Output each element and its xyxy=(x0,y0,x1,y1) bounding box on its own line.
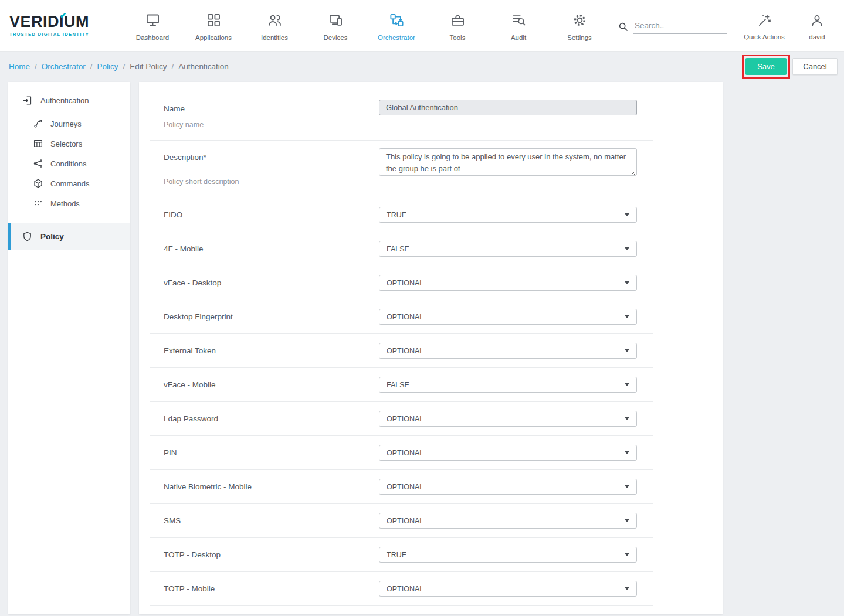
sidebar-item-label: Conditions xyxy=(50,159,86,168)
veridium-logo[interactable]: VERIDIUM ✔ TRUSTED DIGITAL IDENTITY xyxy=(0,14,116,37)
vface-mobile-dropdown[interactable]: FALSE xyxy=(379,377,637,393)
dropdown-value: OPTIONAL xyxy=(387,585,423,593)
sidebar-item-commands[interactable]: Commands xyxy=(8,173,130,193)
route-icon xyxy=(33,118,43,129)
chevron-down-icon xyxy=(625,587,629,590)
pin-dropdown[interactable]: OPTIONAL xyxy=(379,445,637,461)
shield-icon xyxy=(22,231,33,242)
4f-mobile-dropdown[interactable]: FALSE xyxy=(379,241,637,257)
breadcrumb-orchestrator[interactable]: Orchestrator xyxy=(42,62,86,71)
vface-desktop-dropdown[interactable]: OPTIONAL xyxy=(379,275,637,291)
dropdown-value: OPTIONAL xyxy=(387,415,423,423)
nav-label: Applications xyxy=(195,34,232,41)
logo-tagline: TRUSTED DIGITAL IDENTITY xyxy=(9,32,116,37)
pin-row: PIN OPTIONAL xyxy=(150,436,653,470)
nav-item-orchestrator[interactable]: Orchestrator xyxy=(366,10,427,41)
branch-icon xyxy=(33,158,43,169)
chevron-down-icon xyxy=(625,451,629,454)
field-label: Description* xyxy=(164,153,379,162)
sidebar-item-journeys[interactable]: Journeys xyxy=(8,114,130,134)
external-token-dropdown[interactable]: OPTIONAL xyxy=(379,343,637,359)
dropdown-value: OPTIONAL xyxy=(387,517,423,525)
nav-item-audit[interactable]: Audit xyxy=(488,10,549,41)
desktop-fingerprint-dropdown[interactable]: OPTIONAL xyxy=(379,309,637,325)
sidebar-item-policy[interactable]: Policy xyxy=(8,223,130,250)
breadcrumb-edit-policy: Edit Policy xyxy=(130,62,167,71)
audit-icon xyxy=(511,12,527,28)
field-label: Native Biometric - Mobile xyxy=(164,482,379,491)
field-label: Name xyxy=(164,104,379,113)
field-label: FIDO xyxy=(164,210,379,219)
totp-mobile-dropdown[interactable]: OPTIONAL xyxy=(379,581,637,597)
workflow-icon xyxy=(389,12,405,28)
search-input[interactable] xyxy=(633,18,727,34)
totp-mobile-row: TOTP - Mobile OPTIONAL xyxy=(150,572,653,606)
search-icon xyxy=(617,21,629,33)
dropdown-value: FALSE xyxy=(387,381,409,389)
sidebar-item-label: Journeys xyxy=(50,120,82,128)
sidebar-item-authentication[interactable]: Authentication xyxy=(8,86,130,114)
dropdown-value: TRUE xyxy=(387,551,406,559)
field-label: TOTP - Desktop xyxy=(164,550,379,559)
save-button[interactable]: Save xyxy=(745,58,787,75)
grid-icon xyxy=(206,12,222,28)
policy-description-textarea[interactable]: This policy is going to be applied to ev… xyxy=(379,148,637,176)
sms-dropdown[interactable]: OPTIONAL xyxy=(379,513,637,529)
chevron-down-icon xyxy=(625,553,629,556)
cancel-button[interactable]: Cancel xyxy=(792,58,838,75)
fido-dropdown[interactable]: TRUE xyxy=(379,207,637,223)
nav-label: Devices xyxy=(324,34,348,41)
magic-wand-icon xyxy=(757,13,772,28)
vface-mobile-row: vFace - Mobile FALSE xyxy=(150,368,653,402)
nav-item-dashboard[interactable]: Dashboard xyxy=(122,10,183,41)
name-label-block: Name Policy name xyxy=(164,100,379,129)
save-button-wrapper: Save xyxy=(745,58,787,75)
nav-label: Audit xyxy=(511,34,526,41)
breadcrumb-authentication: Authentication xyxy=(178,62,229,71)
user-menu[interactable]: david xyxy=(795,11,839,40)
dropdown-value: TRUE xyxy=(387,211,406,219)
ldap-password-dropdown[interactable]: OPTIONAL xyxy=(379,411,637,427)
cube-icon xyxy=(33,178,43,189)
chevron-down-icon xyxy=(625,213,629,216)
dropdown-value: OPTIONAL xyxy=(387,313,423,321)
nav-label: Tools xyxy=(450,34,466,41)
breadcrumb-policy[interactable]: Policy xyxy=(97,62,118,71)
sidebar-item-selectors[interactable]: Selectors xyxy=(8,134,130,154)
table-icon xyxy=(33,138,43,149)
breadcrumb-home[interactable]: Home xyxy=(9,62,30,71)
breadcrumb-bar: Home / Orchestrator / Policy / Edit Poli… xyxy=(0,51,844,82)
sidebar: Authentication Journeys Selectors Condit… xyxy=(8,82,130,614)
chevron-down-icon xyxy=(625,247,629,250)
nav-item-tools[interactable]: Tools xyxy=(427,10,488,41)
nav-item-identities[interactable]: Identities xyxy=(244,10,305,41)
people-icon xyxy=(267,12,283,28)
field-label: SMS xyxy=(164,516,379,525)
dropdown-value: OPTIONAL xyxy=(387,347,423,355)
breadcrumb-separator: / xyxy=(35,62,37,71)
field-label: TOTP - Mobile xyxy=(164,584,379,593)
external-token-row: External Token OPTIONAL xyxy=(150,334,653,368)
sidebar-active-label: Policy xyxy=(40,232,64,241)
sidebar-item-conditions[interactable]: Conditions xyxy=(8,154,130,173)
nav-label: Orchestrator xyxy=(378,34,415,41)
devices-icon xyxy=(328,12,344,28)
nav-item-devices[interactable]: Devices xyxy=(305,10,366,41)
vface-desktop-row: vFace - Desktop OPTIONAL xyxy=(150,266,653,300)
policy-name-input[interactable] xyxy=(379,100,637,115)
login-icon xyxy=(22,95,33,106)
dropdown-value: OPTIONAL xyxy=(387,279,423,287)
totp-desktop-dropdown[interactable]: TRUE xyxy=(379,547,637,563)
search xyxy=(617,18,727,34)
sidebar-item-methods[interactable]: Methods xyxy=(8,193,130,213)
chevron-down-icon xyxy=(625,281,629,284)
native-biometric-mobile-dropdown[interactable]: OPTIONAL xyxy=(379,479,637,495)
nav-item-applications[interactable]: Applications xyxy=(183,10,244,41)
description-label-block: Description* Policy short description xyxy=(164,148,379,186)
nav-label: Dashboard xyxy=(136,34,169,41)
sidebar-header-label: Authentication xyxy=(40,96,89,105)
nav-item-settings[interactable]: Settings xyxy=(549,10,610,41)
edit-policy-form: Name Policy name Description* Policy sho… xyxy=(139,82,723,614)
quick-actions-button[interactable]: Quick Actions xyxy=(734,11,795,40)
user-icon xyxy=(809,13,825,28)
